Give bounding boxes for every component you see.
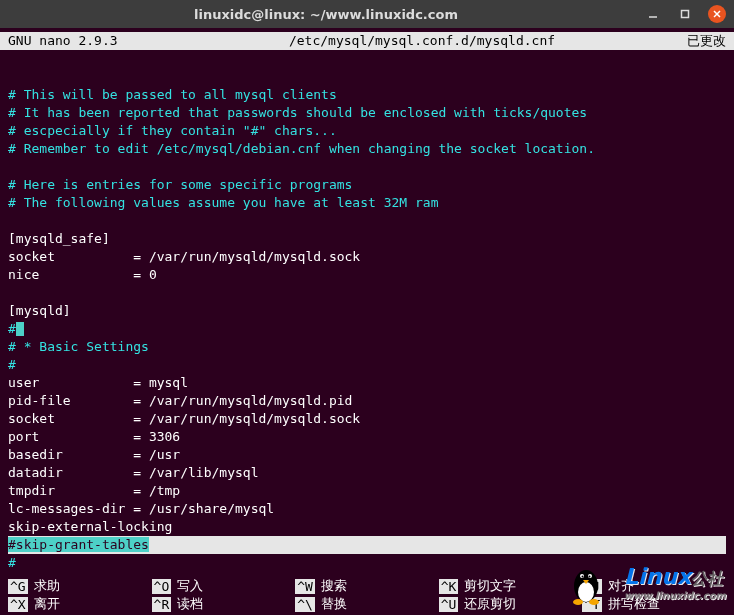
config-line: [mysqld_safe] [8,231,110,246]
svg-point-9 [589,576,591,578]
shortcut-row: ^G求助 ^O写入 ^W搜索 ^K剪切文字 ^J对齐 [8,577,726,595]
svg-point-5 [578,582,594,602]
comment-line: # * Basic Settings [8,339,149,354]
window-controls [644,5,726,23]
comment-line: # Remember to edit /etc/mysql/debian.cnf… [8,141,595,156]
shortcut-replace[interactable]: ^\替换 [295,595,439,613]
minimize-button[interactable] [644,5,662,23]
comment-cursor-line: # [8,321,24,336]
config-line: nice = 0 [8,267,157,282]
config-line: tmpdir = /tmp [8,483,180,498]
close-button[interactable] [708,5,726,23]
shortcut-search[interactable]: ^W搜索 [295,577,439,595]
config-line: socket = /var/run/mysqld/mysqld.sock [8,249,360,264]
shortcut-cut[interactable]: ^K剪切文字 [439,577,583,595]
config-line: pid-file = /var/run/mysqld/mysqld.pid [8,393,352,408]
shortcut-uncut[interactable]: ^U还原剪切 [439,595,583,613]
blank-line [8,69,16,84]
config-line: socket = /var/run/mysqld/mysqld.sock [8,411,360,426]
shortcut-writeout[interactable]: ^O写入 [152,577,296,595]
config-line: user = mysql [8,375,188,390]
svg-point-8 [582,576,584,578]
nano-status: 已更改 [644,32,734,50]
svg-point-10 [573,599,583,605]
nano-version: GNU nano 2.9.3 [0,32,200,50]
config-line: basedir = /usr [8,447,180,462]
comment-line: # escpecially if they contain "#" chars.… [8,123,337,138]
cursor [16,322,24,336]
maximize-button[interactable] [676,5,694,23]
config-line: skip-external-locking [8,519,172,534]
window-title: linuxidc@linux: ~/www.linuxidc.com [8,7,644,22]
tux-icon [568,564,604,609]
comment-line: # The following values assume you have a… [8,195,438,210]
shortcut-row: ^X离开 ^R读档 ^\替换 ^U还原剪切 ^T拼写检查 [8,595,726,613]
shortcut-read[interactable]: ^R读档 [152,595,296,613]
comment-line: # It has been reported that passwords sh… [8,105,587,120]
comment-line: # [8,555,16,570]
comment-line: # [8,357,16,372]
shortcut-help[interactable]: ^G求助 [8,577,152,595]
nano-filename: /etc/mysql/mysql.conf.d/mysqld.cnf [200,32,644,50]
shortcut-exit[interactable]: ^X离开 [8,595,152,613]
svg-rect-1 [682,11,689,18]
window-titlebar: linuxidc@linux: ~/www.linuxidc.com [0,0,734,28]
blank-line [8,213,16,228]
editor-content[interactable]: # This will be passed to all mysql clien… [0,50,734,572]
nano-header: GNU nano 2.9.3 /etc/mysql/mysql.conf.d/m… [0,32,734,50]
watermark: Linux公社 www.linuxidc.com [624,564,726,601]
blank-line [8,159,16,174]
comment-line: # This will be passed to all mysql clien… [8,87,337,102]
config-line: [mysqld] [8,303,71,318]
svg-point-11 [589,599,599,605]
comment-line: # Here is entries for some specific prog… [8,177,352,192]
config-line: datadir = /var/lib/mysql [8,465,258,480]
config-line: lc-messages-dir = /usr/share/mysql [8,501,274,516]
config-line: port = 3306 [8,429,180,444]
highlighted-line: #skip-grant-tables [8,536,726,554]
blank-line [8,285,16,300]
